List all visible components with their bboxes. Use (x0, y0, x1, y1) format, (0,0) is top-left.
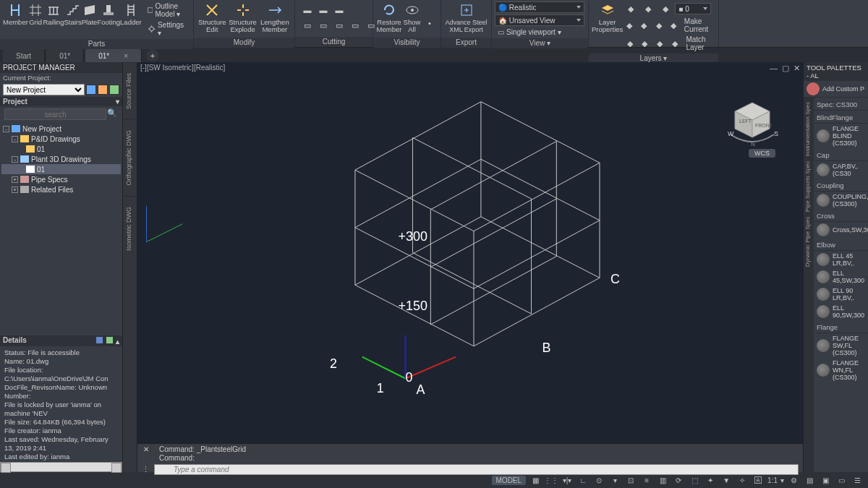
layer-icon-11[interactable]: ◆ (669, 37, 681, 50)
tab-close-icon[interactable]: × (124, 52, 128, 60)
status-polar-icon[interactable]: ⊙ (592, 474, 605, 486)
tp-item-coupling[interactable]: COUPLING,SW (CS300) (814, 192, 868, 209)
railing-button[interactable]: Railing (43, 1, 64, 36)
status-osnap-icon[interactable]: ⊡ (624, 474, 637, 486)
doctab-1[interactable]: 01* (46, 49, 84, 62)
match-layer-button[interactable]: Match Layer (683, 35, 722, 52)
tp-tab-instrument[interactable]: Instrumentation Spec (804, 102, 811, 157)
project-search-input[interactable] (4, 108, 106, 120)
model-space-button[interactable]: MODEL (492, 476, 527, 485)
layer-icon-2[interactable]: ◆ (641, 2, 655, 15)
add-custom-part[interactable]: Add Custom P (804, 81, 868, 98)
status-ws-icon[interactable]: ▤ (803, 474, 816, 486)
status-monitor-icon[interactable]: ▣ (819, 474, 832, 486)
restore-member-button[interactable]: Restore Member (376, 1, 402, 36)
vtab-source-files[interactable]: Source Files (123, 62, 137, 119)
tree-root[interactable]: -New Project (1, 124, 121, 134)
saved-view-dropdown[interactable]: 🏠 Unsaved View (495, 14, 584, 26)
details-collapse[interactable]: ▴ (116, 338, 119, 346)
cmd-handle-icon[interactable]: ⋮ (142, 465, 150, 474)
cut-icon-4[interactable]: ▭ (300, 19, 315, 32)
layer-icon-8[interactable]: ◆ (624, 37, 636, 50)
tree-p3d[interactable]: -Plant 3D Drawings (1, 154, 121, 164)
status-scale[interactable]: 1:1 (767, 476, 778, 484)
tp-item-ell90lr[interactable]: ELL 90 LR,BV,. (814, 286, 868, 303)
status-transparency-icon[interactable]: ▥ (656, 474, 669, 486)
vtab-iso-dwg[interactable]: Isometric DWG (123, 196, 137, 261)
pm-tool-2[interactable] (98, 85, 108, 95)
status-ortho-icon[interactable]: ∟ (576, 474, 590, 486)
layer-icon-7[interactable]: ◆ (668, 19, 679, 32)
status-lineweight-icon[interactable]: ≡ (640, 474, 653, 486)
status-gizmo-icon[interactable]: ✧ (736, 474, 749, 486)
layer-properties-button[interactable]: Layer Properties (592, 1, 623, 36)
details-btn-2[interactable] (106, 336, 114, 344)
cut-icon-7[interactable]: ▭ (348, 19, 362, 32)
tp-tab-supports[interactable]: Pipe Supports Spec (804, 161, 811, 213)
cut-icon-2[interactable]: ▬ (316, 4, 331, 17)
layer-icon-4[interactable]: ◆ (624, 19, 635, 32)
layer-icon-9[interactable]: ◆ (639, 37, 651, 50)
stairs-button[interactable]: Stairs (64, 1, 81, 36)
status-snap-icon[interactable]: ⋮⋮ (545, 474, 558, 486)
tp-item-ell45sw[interactable]: ELL 45,SW,300 (814, 268, 868, 286)
grid-button[interactable]: Grid (28, 1, 43, 36)
status-filter-icon[interactable]: ▼ (720, 474, 733, 486)
pm-tool-1[interactable] (86, 85, 96, 95)
tree-related-files[interactable]: +Related Files (1, 184, 121, 194)
show-all-button[interactable]: Show All (402, 1, 422, 36)
layer-icon-5[interactable]: ◆ (638, 19, 650, 32)
panel-label-view[interactable]: View ▾ (492, 38, 588, 48)
viewport[interactable]: [-][SW Isometric][Realistic] — ▢ ✕ (137, 62, 803, 443)
tp-item-cross[interactable]: Cross,SW,3000 (814, 222, 868, 238)
tp-item-cap[interactable]: CAP,BV,. (CS30 (814, 161, 868, 179)
pm-section-collapse[interactable]: ▾ (116, 98, 119, 106)
advance-steel-export-button[interactable]: Advance Steel XML Export (444, 1, 488, 36)
ladder-button[interactable]: Ladder (120, 1, 142, 36)
layer-icon-10[interactable]: ◆ (654, 37, 666, 50)
member-button[interactable]: Member (3, 1, 28, 36)
tree-pid[interactable]: -P&ID Drawings (1, 134, 121, 144)
tp-item-ell45lr[interactable]: ELL 45 LR,BV,. (814, 251, 868, 268)
search-icon[interactable]: 🔍 (106, 108, 118, 120)
command-input[interactable] (154, 464, 799, 475)
status-clean-icon[interactable]: ▭ (835, 474, 848, 486)
structure-explode-button[interactable]: Structure Explode (227, 1, 258, 36)
tp-item-ell90sw[interactable]: ELL 90,SW,300 (814, 303, 868, 320)
visual-style-dropdown[interactable]: 🔵 Realistic (495, 1, 584, 13)
project-select[interactable]: New Project (3, 84, 85, 95)
status-3dosnap-icon[interactable]: ⬚ (688, 474, 701, 486)
pm-hscroll[interactable] (0, 462, 122, 472)
status-annoscale-icon[interactable]: 🄰 (752, 474, 765, 486)
cmd-close-icon[interactable]: ✕ (143, 445, 149, 454)
vtab-ortho-dwg[interactable]: Orthographic DWG (123, 119, 137, 196)
footing-button[interactable]: Footing (97, 1, 120, 36)
status-grid-icon[interactable]: ▦ (529, 474, 542, 486)
doctab-start[interactable]: Start (3, 49, 45, 62)
tree-p3d-01[interactable]: 01 (1, 164, 121, 174)
cut-icon-3[interactable]: ▬ (332, 4, 346, 17)
new-tab-button[interactable]: + (146, 49, 159, 62)
cut-icon-1[interactable]: ▬ (300, 4, 315, 17)
status-custom-icon[interactable]: ☰ (851, 474, 864, 486)
layer-icon-6[interactable]: ◆ (653, 19, 665, 32)
layer-icon-1[interactable]: ◆ (624, 2, 638, 15)
wcs-badge[interactable]: WCS (749, 149, 775, 158)
tp-item-flange-wn[interactable]: FLANGE WN,FL (CS300) (814, 358, 868, 382)
tp-tab-dynamic[interactable]: Dynamic Pipe Spec (804, 216, 811, 267)
status-dynucs-icon[interactable]: ✦ (704, 474, 717, 486)
structure-edit-button[interactable]: Structure Edit (197, 1, 227, 36)
lengthen-member-button[interactable]: Lengthen Member (258, 1, 292, 36)
tree-pid-01[interactable]: 01 (1, 144, 121, 154)
doctab-2[interactable]: 01*× (85, 49, 142, 62)
pm-tool-3[interactable] (109, 85, 119, 95)
status-iso-icon[interactable]: ▾ (608, 474, 621, 486)
vis-icon-1[interactable]: • (422, 17, 437, 30)
viewport-config-dropdown[interactable]: ▭Single viewport ▾ (495, 27, 564, 37)
view-cube[interactable]: LEFT FRONT W S N (723, 98, 781, 149)
layer-icon-3[interactable]: ◆ (658, 2, 673, 15)
cut-icon-6[interactable]: ▭ (332, 19, 346, 32)
outline-model-dropdown[interactable]: Outline Model ▾ (145, 1, 190, 19)
make-current-button[interactable]: Make Current (681, 17, 723, 34)
status-cog-icon[interactable]: ⚙ (787, 474, 800, 486)
